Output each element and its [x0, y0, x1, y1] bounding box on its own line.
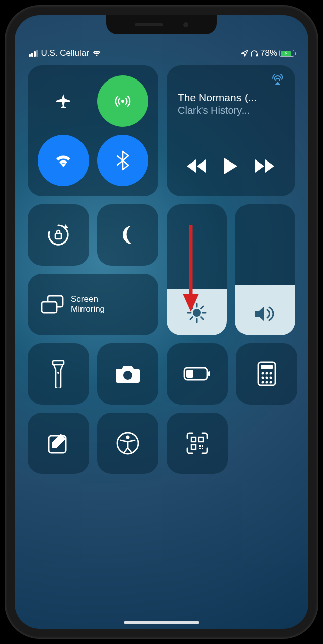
media-title: The Normans (...: [178, 92, 284, 104]
location-icon: [241, 50, 248, 57]
connectivity-module: [28, 65, 158, 196]
media-play-button[interactable]: [223, 157, 238, 175]
svg-rect-15: [53, 361, 64, 365]
svg-rect-0: [251, 54, 252, 57]
volume-icon: [254, 305, 276, 323]
svg-line-13: [190, 317, 193, 320]
screen-mirroring-button[interactable]: Screen Mirroring: [28, 274, 158, 335]
svg-line-12: [201, 317, 204, 320]
svg-rect-40: [199, 448, 201, 449]
camera-button[interactable]: [97, 343, 158, 405]
svg-line-11: [190, 306, 193, 309]
svg-rect-35: [191, 437, 196, 442]
accessibility-button[interactable]: [97, 413, 158, 474]
calculator-button[interactable]: [236, 343, 297, 405]
svg-point-23: [262, 372, 264, 375]
svg-point-26: [262, 377, 264, 379]
headphones-icon: [250, 50, 258, 57]
svg-point-16: [57, 372, 59, 374]
svg-rect-22: [261, 365, 273, 369]
svg-line-14: [201, 306, 204, 309]
notes-button[interactable]: [28, 413, 89, 474]
svg-rect-19: [208, 371, 210, 376]
flashlight-icon: [52, 360, 65, 388]
svg-point-6: [193, 309, 201, 317]
svg-point-29: [262, 381, 264, 384]
svg-point-2: [121, 100, 124, 103]
cellular-signal-icon: [29, 50, 38, 57]
airplane-icon: [53, 91, 73, 111]
bluetooth-icon: [117, 150, 129, 171]
svg-rect-41: [202, 448, 203, 449]
svg-rect-36: [199, 437, 203, 442]
svg-rect-5: [42, 302, 57, 313]
battery-icon: ⚡︎: [279, 50, 294, 57]
svg-point-28: [270, 377, 272, 379]
airplay-icon[interactable]: [271, 74, 284, 86]
battery-percent-label: 78%: [260, 48, 277, 58]
low-power-mode-button[interactable]: [167, 343, 228, 405]
orientation-lock-toggle[interactable]: [28, 204, 89, 266]
svg-point-25: [270, 372, 272, 375]
qr-code-icon: [185, 431, 209, 455]
svg-point-31: [270, 381, 272, 384]
orientation-lock-icon: [45, 221, 72, 249]
compose-icon: [47, 432, 70, 455]
svg-rect-1: [256, 54, 258, 57]
svg-rect-38: [199, 445, 201, 447]
media-forward-button[interactable]: [254, 158, 276, 174]
cellular-antenna-icon: [112, 90, 134, 112]
media-subtitle: Clark's History...: [178, 105, 284, 116]
screen-mirroring-icon: [41, 295, 64, 314]
airplane-mode-toggle[interactable]: [38, 75, 89, 127]
svg-rect-3: [55, 233, 61, 239]
svg-rect-20: [186, 370, 193, 378]
home-indicator[interactable]: [124, 621, 199, 624]
accessibility-icon: [116, 431, 140, 455]
do-not-disturb-toggle[interactable]: [97, 204, 158, 266]
battery-icon: [183, 367, 211, 381]
moon-icon: [117, 224, 139, 246]
svg-point-34: [126, 436, 130, 439]
svg-point-27: [266, 377, 268, 379]
media-module: The Normans (... Clark's History...: [167, 65, 295, 196]
svg-point-30: [266, 381, 268, 384]
svg-rect-37: [191, 445, 196, 449]
camera-icon: [115, 364, 141, 384]
media-rewind-button[interactable]: [186, 158, 208, 174]
bluetooth-toggle[interactable]: [97, 135, 148, 186]
brightness-slider[interactable]: [167, 204, 227, 335]
svg-point-17: [123, 371, 132, 380]
flashlight-button[interactable]: [28, 343, 89, 405]
screen-mirroring-label-line2: Mirroring: [71, 304, 105, 314]
screen-mirroring-label-line1: Screen: [71, 294, 105, 304]
svg-point-24: [266, 372, 268, 375]
carrier-label: U.S. Cellular: [41, 48, 89, 58]
brightness-icon: [187, 303, 207, 323]
svg-rect-39: [202, 445, 203, 447]
qr-scanner-button[interactable]: [167, 413, 228, 474]
wifi-toggle[interactable]: [38, 135, 89, 186]
wifi-status-icon: [92, 50, 101, 57]
wifi-icon: [52, 150, 74, 171]
cellular-data-toggle[interactable]: [97, 75, 148, 127]
volume-slider[interactable]: [235, 204, 295, 335]
calculator-icon: [257, 361, 276, 386]
